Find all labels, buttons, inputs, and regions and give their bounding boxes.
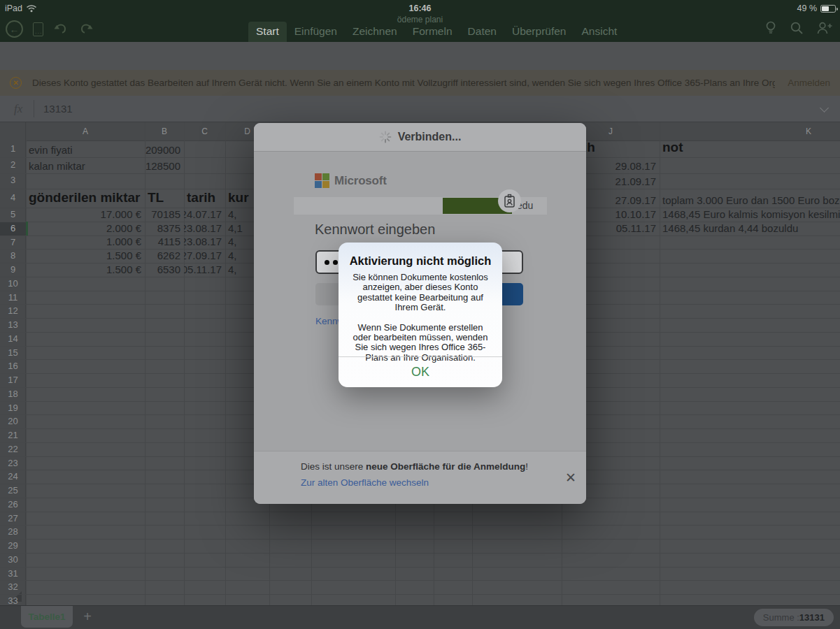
- row-header-17[interactable]: 17: [0, 373, 26, 387]
- file-icon[interactable]: ...: [33, 22, 43, 36]
- ribbon-tabs: StartEinfügenZeichnenFormelnDatenÜberprü…: [248, 22, 625, 42]
- sheet-tab-tabelle1[interactable]: Tabelle1: [21, 606, 73, 628]
- cell-K4[interactable]: toplam 3.000 Euro dan 1500 Euro bozuldu: [660, 188, 840, 208]
- formula-bar[interactable]: fx 13131: [0, 96, 840, 122]
- row-header-27[interactable]: 27: [0, 512, 26, 526]
- cell-B7[interactable]: 4115: [145, 236, 184, 250]
- switch-old-ui-link[interactable]: Zur alten Oberfläche wechseln: [301, 477, 429, 488]
- row-headers[interactable]: 1234567891011121314151617181920212223242…: [0, 122, 26, 605]
- back-icon[interactable]: ←: [6, 20, 23, 38]
- row-header-13[interactable]: 13: [0, 318, 26, 332]
- tab-formeln[interactable]: Formeln: [405, 22, 460, 42]
- cell-C9[interactable]: 05.11.17: [184, 263, 225, 277]
- row-header-16[interactable]: 16: [0, 359, 26, 373]
- column-header-B[interactable]: B: [145, 122, 184, 141]
- column-header-C[interactable]: C: [184, 122, 225, 141]
- column-header-A[interactable]: A: [26, 122, 145, 141]
- cell-A4[interactable]: gönderilen miktar: [26, 188, 145, 208]
- cell-B6[interactable]: 8375: [145, 222, 184, 236]
- sign-in-link[interactable]: Anmelden: [788, 78, 830, 88]
- ribbon-right-icons: [764, 20, 833, 36]
- cell-K1[interactable]: not: [660, 141, 840, 157]
- row-header-11[interactable]: 11: [0, 291, 26, 305]
- row-header-31[interactable]: 31: [0, 567, 26, 581]
- cell-B9[interactable]: 6530: [145, 263, 184, 277]
- cell-A5[interactable]: 17.000 €: [26, 208, 145, 222]
- sign-in-modal: Verbinden... Microsoft .edu Kennwort ein…: [254, 123, 586, 504]
- tab-start[interactable]: Start: [248, 22, 287, 42]
- tab-überprüfen[interactable]: Überprüfen: [504, 22, 574, 42]
- row-header-10[interactable]: 10: [0, 277, 26, 291]
- row-header-8[interactable]: 8: [0, 249, 26, 263]
- search-icon[interactable]: [790, 21, 804, 35]
- row-header-19[interactable]: 19: [0, 401, 26, 415]
- row-header-6[interactable]: 6: [0, 222, 26, 236]
- microsoft-wordmark: Microsoft: [334, 174, 387, 188]
- account-warning-banner: ✕ Dieses Konto gestattet das Bearbeiten …: [0, 70, 840, 96]
- alert-title: Aktivierung nicht möglich: [339, 254, 502, 268]
- cell-A8[interactable]: 1.500 €: [26, 249, 145, 263]
- activation-alert: Aktivierung nicht möglich Sie können Dok…: [339, 243, 502, 387]
- redo-icon[interactable]: [78, 22, 94, 36]
- cell-A1[interactable]: evin fiyati: [26, 141, 145, 157]
- cell-C5[interactable]: 24.07.17: [184, 208, 225, 222]
- row-header-26[interactable]: 26: [0, 498, 26, 512]
- cell-K5[interactable]: 1468,45 Euro kalmis komisyon kesilmis B: [660, 208, 840, 222]
- tab-daten[interactable]: Daten: [460, 22, 504, 42]
- row-header-18[interactable]: 18: [0, 387, 26, 401]
- cell-B4[interactable]: TL: [145, 188, 184, 208]
- row-header-4[interactable]: 4: [0, 188, 26, 208]
- row-header-7[interactable]: 7: [0, 236, 26, 250]
- cell-A9[interactable]: 1.500 €: [26, 263, 145, 277]
- close-icon[interactable]: ✕: [565, 470, 576, 486]
- row-header-30[interactable]: 30: [0, 553, 26, 567]
- row-header-23[interactable]: 23: [0, 456, 26, 470]
- row-header-3[interactable]: 3: [0, 173, 26, 189]
- row-header-25[interactable]: 25: [0, 484, 26, 498]
- cell-A7[interactable]: 1.000 €: [26, 236, 145, 250]
- row-header-2[interactable]: 2: [0, 157, 26, 173]
- row-header-33[interactable]: 33: [0, 594, 26, 605]
- add-sheet-button[interactable]: +: [78, 607, 97, 626]
- cell-B1[interactable]: 209000: [145, 141, 184, 157]
- cell-C4[interactable]: tarih: [184, 188, 225, 208]
- cell-B8[interactable]: 6262: [145, 249, 184, 263]
- tab-ansicht[interactable]: Ansicht: [574, 22, 625, 42]
- cell-J1[interactable]: ih: [581, 141, 660, 157]
- cell-B5[interactable]: 70185: [145, 208, 184, 222]
- cell-C8[interactable]: 27.09.17: [184, 249, 225, 263]
- new-ui-notice: Dies ist unsere neue Oberfläche für die …: [301, 461, 528, 472]
- row-header-29[interactable]: 29: [0, 539, 26, 553]
- row-header-20[interactable]: 20: [0, 414, 26, 428]
- alert-paragraph-1: Sie können Dokumente kostenlos anzeigen,…: [348, 273, 492, 313]
- row-header-15[interactable]: 15: [0, 346, 26, 360]
- sheet-tab-bar: Tabelle1 + Summe :13131: [0, 605, 840, 629]
- row-header-28[interactable]: 28: [0, 525, 26, 539]
- cell-C7[interactable]: 23.08.17: [184, 236, 225, 250]
- cell-A6[interactable]: 2.000 €: [26, 222, 145, 236]
- tab-einfügen[interactable]: Einfügen: [287, 22, 345, 42]
- cell-C6[interactable]: 23.08.17: [184, 222, 225, 236]
- row-header-32[interactable]: 32: [0, 580, 26, 594]
- row-header-5[interactable]: 5: [0, 208, 26, 222]
- cell-A2[interactable]: kalan miktar: [26, 157, 145, 173]
- expand-formula-bar-icon[interactable]: [820, 103, 829, 113]
- row-header-24[interactable]: 24: [0, 470, 26, 484]
- status-right: 49 %: [797, 3, 837, 13]
- row-header-12[interactable]: 12: [0, 304, 26, 318]
- add-person-icon[interactable]: [816, 21, 833, 35]
- cell-B2[interactable]: 128500: [145, 157, 184, 173]
- row-header-21[interactable]: 21: [0, 428, 26, 442]
- app-top-bar: iPad 16:46 49 % ödeme plani ← ...: [0, 0, 840, 42]
- sum-status-pill[interactable]: Summe :13131: [754, 609, 834, 626]
- alert-ok-button[interactable]: OK: [339, 356, 502, 387]
- column-header-K[interactable]: K: [660, 122, 840, 141]
- row-header-1[interactable]: 1: [0, 141, 26, 157]
- lightbulb-icon[interactable]: [764, 20, 777, 36]
- row-header-9[interactable]: 9: [0, 263, 26, 277]
- cell-K6[interactable]: 1468,45 kurdan 4,44 bozuldu: [660, 222, 840, 236]
- tab-zeichnen[interactable]: Zeichnen: [345, 22, 405, 42]
- undo-icon[interactable]: [53, 22, 69, 36]
- row-header-22[interactable]: 22: [0, 442, 26, 456]
- row-header-14[interactable]: 14: [0, 332, 26, 346]
